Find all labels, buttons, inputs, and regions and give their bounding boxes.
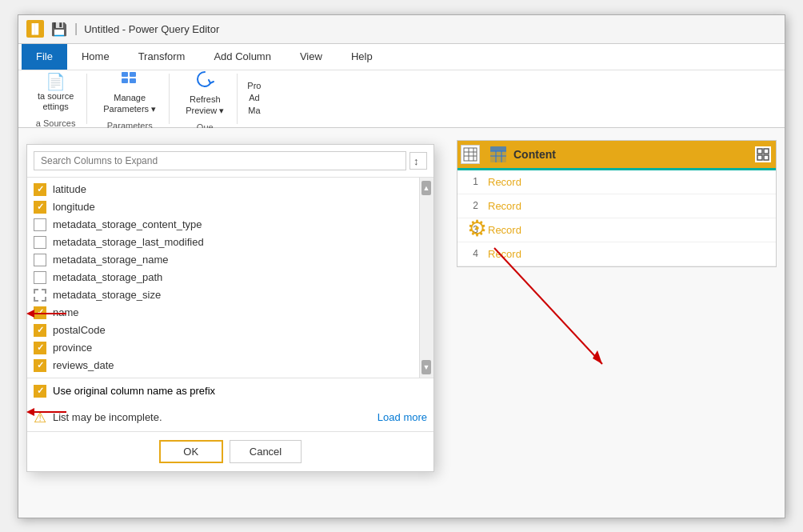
col-name-storage-modified: metadata_storage_last_modified [53, 236, 204, 248]
main-content: ↕ latitude longitude [18, 128, 785, 518]
list-item[interactable]: metadata_storage_last_modified [27, 234, 417, 251]
list-item[interactable]: postalCode [27, 322, 417, 339]
manage-params-label: ManageParameters ▾ [103, 93, 156, 114]
col-name-longitude: longitude [53, 201, 95, 213]
list-item[interactable]: metadata_storage_size [27, 286, 417, 304]
col-name-postalcode: postalCode [53, 324, 106, 336]
list-item[interactable]: metadata_storage_path [27, 269, 417, 286]
tab-file[interactable]: File [22, 44, 67, 70]
row-number: 2 [464, 200, 488, 211]
search-columns-input[interactable] [34, 151, 406, 170]
tab-home[interactable]: Home [67, 44, 124, 70]
app-window: ▐▌ 💾 | Untitled - Power Query Editor Fil… [18, 14, 785, 518]
refresh-preview-label: RefreshPreview ▾ [186, 94, 224, 115]
title-bar: ▐▌ 💾 | Untitled - Power Query Editor [18, 15, 785, 44]
list-item[interactable]: metadata_storage_name [27, 251, 417, 269]
ribbon: File Home Transform Add Column View Help… [18, 44, 785, 128]
parameters-icon [120, 70, 139, 93]
pq-table-header: Content [457, 141, 776, 168]
col-name-latitude: latitude [53, 183, 86, 195]
svg-rect-17 [490, 146, 506, 151]
checkbox-storage-path[interactable] [34, 271, 46, 284]
gear-area: ⚙ [462, 214, 491, 243]
svg-rect-2 [122, 78, 128, 83]
manage-parameters-button[interactable]: ManageParameters ▾ [97, 66, 162, 117]
adv-label: Ad [247, 93, 261, 103]
list-item[interactable]: province [27, 339, 417, 357]
checkbox-storage-content[interactable] [34, 218, 46, 231]
checkbox-storage-size[interactable] [34, 289, 46, 302]
expand-column-button[interactable] [753, 145, 773, 164]
ribbon-tab-bar: File Home Transform Add Column View Help [18, 44, 785, 70]
list-item[interactable]: latitude [27, 181, 417, 198]
checkbox-postalcode[interactable] [34, 324, 46, 337]
ribbon-group-preview: RefreshPreview ▾ Que [173, 74, 238, 124]
checkbox-prefix[interactable] [34, 385, 46, 398]
checkbox-name[interactable] [34, 306, 46, 319]
svg-marker-9 [593, 350, 602, 364]
app-icon: ▐▌ [26, 20, 44, 38]
ok-button[interactable]: OK [159, 440, 223, 463]
load-more-link[interactable]: Load more [378, 411, 427, 423]
scroll-down-button[interactable]: ▼ [421, 360, 431, 374]
list-item[interactable]: longitude [27, 198, 417, 216]
table-row: 4 Record [457, 242, 776, 266]
ribbon-content: 📄 ta sourceettings a Sources M [18, 70, 785, 127]
checkbox-storage-name[interactable] [34, 254, 46, 266]
save-icon[interactable]: 💾 [50, 20, 68, 38]
pq-data-rows: 1 Record 2 Record 3 Record 4 Record [457, 170, 776, 266]
sort-icon[interactable]: ↕ [409, 152, 427, 170]
checkbox-province[interactable] [34, 342, 46, 354]
svg-rect-1 [130, 72, 136, 77]
table-row: 1 Record [457, 170, 776, 194]
col-name-reviews-date: reviews_date [53, 359, 114, 371]
col-name-storage-name: metadata_storage_name [53, 254, 169, 266]
row-value: Record [488, 248, 521, 260]
col-name-storage-size: metadata_storage_size [53, 289, 161, 301]
prop-label: Pro [247, 81, 261, 91]
expand-dialog: ↕ latitude longitude [26, 144, 434, 472]
ma-label: Ma [247, 106, 261, 116]
refresh-icon [194, 68, 216, 94]
dialog-search-area: ↕ [27, 145, 433, 178]
columns-list: latitude longitude metadata_storage_cont… [27, 178, 433, 378]
datasource-label: ta sourceettings [38, 91, 74, 112]
list-item[interactable]: reviews_date [27, 357, 417, 374]
tab-help[interactable]: Help [337, 44, 387, 70]
svg-rect-11 [464, 148, 477, 161]
row-number: 4 [464, 248, 488, 259]
datasource-icon: 📄 [46, 72, 66, 91]
ribbon-group-parameters: ManageParameters ▾ Parameters [90, 74, 170, 124]
svg-rect-24 [757, 155, 762, 160]
svg-text:↕: ↕ [413, 155, 419, 167]
row-value: Record [488, 200, 521, 212]
row-value: Record [488, 224, 521, 236]
col-name-name: name [53, 306, 79, 318]
dialog-buttons: OK Cancel [27, 431, 433, 471]
window-title: Untitled - Power Query Editor [84, 23, 219, 35]
ribbon-group-misc: Pro Ad Ma [241, 74, 267, 124]
table-grid-icon[interactable] [461, 145, 480, 164]
row-number: 1 [464, 176, 488, 187]
scrollbar-track: ▲ ▼ [419, 178, 433, 378]
warning-row: ⚠ List may be incomplete. Load more [27, 404, 433, 431]
list-item[interactable]: name [27, 304, 417, 322]
gear-icon: ⚙ [462, 214, 491, 243]
checkbox-storage-modified[interactable] [34, 236, 46, 249]
scroll-up-button[interactable]: ▲ [421, 181, 431, 195]
col-name-storage-path: metadata_storage_path [53, 271, 162, 283]
checkbox-reviews-date[interactable] [34, 359, 46, 372]
checkbox-longitude[interactable] [34, 201, 46, 214]
svg-rect-23 [764, 149, 769, 154]
datasource-settings-button[interactable]: 📄 ta sourceettings [31, 69, 80, 115]
checkbox-latitude[interactable] [34, 183, 46, 196]
table-row: 3 Record [457, 218, 776, 242]
editor-area: ↕ latitude longitude [18, 128, 785, 518]
col-name-storage-content: metadata_storage_content_type [53, 218, 202, 230]
tab-view[interactable]: View [286, 44, 337, 70]
refresh-preview-button[interactable]: RefreshPreview ▾ [179, 65, 230, 118]
prefix-row: Use original column name as prefix [27, 378, 433, 404]
list-item[interactable]: metadata_storage_content_type [27, 216, 417, 234]
cancel-button[interactable]: Cancel [230, 440, 302, 463]
svg-rect-25 [764, 155, 769, 160]
